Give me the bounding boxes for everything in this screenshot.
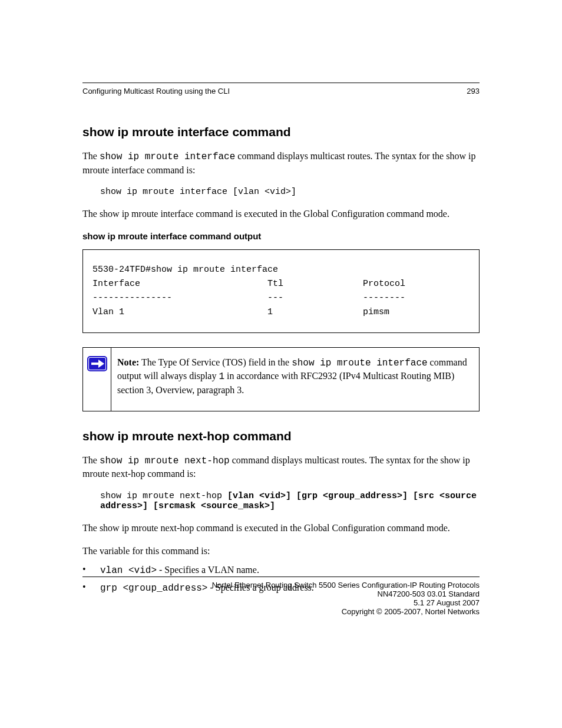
inline-value: 1 — [219, 371, 224, 382]
page-footer: Nortel Ethernet Routing Switch 5500 Seri… — [82, 577, 480, 616]
header-rule — [82, 83, 480, 83]
header-left: Configuring Multicast Routing using the … — [82, 87, 230, 95]
list-item: • vlan <vid> - Specifies a VLAN name. — [82, 564, 480, 578]
section-title: show ip mroute next-hop command — [82, 429, 480, 443]
footer-version-date: 5.1 27 August 2007 — [82, 598, 480, 607]
command-syntax: show ip mroute next-hop [vlan <vid>] [gr… — [100, 491, 480, 511]
command-context: The show ip mroute next-hop command is e… — [82, 522, 480, 535]
note-icon-cell — [83, 348, 111, 411]
running-header: Configuring Multicast Routing using the … — [82, 87, 480, 95]
arrow-right-icon — [87, 356, 107, 371]
output-line: 5530-24TFD#show ip mroute interface — [92, 265, 278, 275]
header-page-number: 293 — [467, 87, 480, 95]
command-context: The show ip mroute interface command is … — [82, 207, 480, 220]
note-label: Note: — [117, 357, 139, 367]
footer-copyright: Copyright © 2005-2007, Nortel Networks — [82, 607, 480, 616]
variable-name: vlan <vid> — [100, 565, 157, 576]
output-line: Vlan 1 1 pimsm — [92, 307, 389, 317]
note-callout: Note: The Type Of Service (TOS) field in… — [82, 347, 480, 411]
note-text: Note: The Type Of Service (TOS) field in… — [111, 348, 479, 411]
output-line: --------------- --- -------- — [92, 293, 405, 303]
inline-command: show ip mroute interface — [100, 151, 235, 162]
footer-doc-id: NN47200-503 03.01 Standard — [82, 589, 480, 598]
section-show-ip-mroute-next-hop: show ip mroute next-hop command The show… — [82, 429, 480, 595]
section-intro: The show ip mroute interface command dis… — [82, 150, 480, 176]
variables-intro: The variable for this command is: — [82, 545, 480, 558]
output-block: 5530-24TFD#show ip mroute interface Inte… — [82, 249, 480, 333]
section-show-ip-mroute-interface: show ip mroute interface command The sho… — [82, 125, 480, 411]
output-subtitle: show ip mroute interface command output — [82, 231, 480, 241]
inline-command: show ip mroute interface — [292, 358, 427, 368]
bullet-icon: • — [82, 564, 100, 578]
section-title: show ip mroute interface command — [82, 125, 480, 139]
output-line: Interface Ttl Protocol — [92, 279, 405, 289]
command-syntax: show ip mroute interface [vlan <vid>] — [100, 187, 480, 197]
section-intro: The show ip mroute next-hop command disp… — [82, 454, 480, 480]
variable-desc: - Specifies a VLAN name. — [157, 565, 259, 575]
inline-command: show ip mroute next-hop — [100, 456, 230, 466]
footer-title: Nortel Ethernet Routing Switch 5500 Seri… — [82, 581, 480, 589]
